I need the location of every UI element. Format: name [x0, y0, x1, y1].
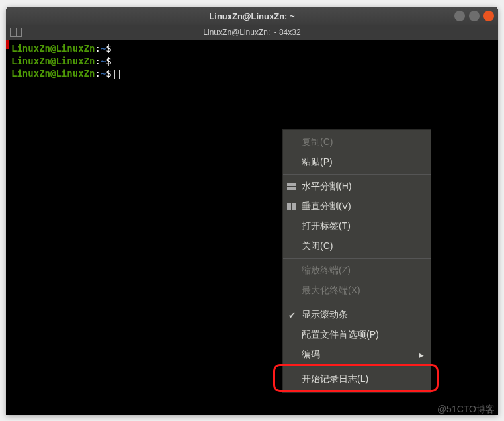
terminal-body[interactable]: LinuxZn@LinuxZn:~$ LinuxZn@LinuxZn:~$ Li… [6, 40, 498, 83]
check-icon: ✔ [288, 310, 296, 320]
menu-close[interactable]: 关闭(C) [283, 236, 431, 256]
maximize-button[interactable] [469, 11, 480, 21]
menu-copy[interactable]: 复制(C) [283, 132, 431, 152]
menu-zoom[interactable]: 缩放终端(Z) [283, 261, 431, 281]
prompt-line-2: LinuxZn@LinuxZn:~$ [11, 55, 493, 68]
cursor-icon [114, 70, 120, 79]
menu-separator [283, 367, 431, 367]
menu-paste[interactable]: 粘贴(P) [283, 152, 431, 172]
menu-separator [283, 174, 431, 175]
prompt-line-1: LinuxZn@LinuxZn:~$ [11, 42, 493, 55]
menu-show-scrollbar[interactable]: ✔ 显示滚动条 [283, 305, 431, 325]
menu-encoding[interactable]: 编码 ▶ [283, 345, 431, 365]
menu-preferences[interactable]: 配置文件首选项(P) [283, 325, 431, 345]
vsplit-icon [287, 203, 298, 210]
hsplit-icon [287, 183, 298, 191]
submenu-arrow-icon: ▶ [419, 351, 424, 359]
minimize-button[interactable] [454, 11, 465, 21]
window-controls [454, 11, 494, 21]
menu-maximize[interactable]: 最大化终端(X) [283, 281, 431, 301]
close-tab-red[interactable] [6, 40, 9, 49]
subtitle-bar: LinuxZn@LinuxZn: ~ 84x32 [6, 25, 498, 40]
menu-start-log[interactable]: 开始记录日志(L) [283, 369, 431, 389]
menu-separator [283, 258, 431, 259]
menu-hsplit[interactable]: 水平分割(H) [283, 177, 431, 197]
watermark-text: @51CTO博客 [437, 404, 495, 416]
window-title: LinuxZn@LinuxZn: ~ [209, 11, 294, 21]
context-menu: 复制(C) 粘贴(P) 水平分割(H) 垂直分割(V) 打开标签(T) 关闭(C… [282, 129, 431, 393]
menu-open-tab[interactable]: 打开标签(T) [283, 216, 431, 236]
subtitle-text: LinuxZn@LinuxZn: ~ 84x32 [203, 28, 300, 37]
close-button[interactable] [483, 11, 494, 21]
menu-vsplit[interactable]: 垂直分割(V) [283, 197, 431, 216]
menu-separator [283, 303, 431, 303]
split-indicator-icon[interactable] [10, 28, 22, 37]
prompt-line-3: LinuxZn@LinuxZn:~$ [11, 68, 493, 80]
window-titlebar[interactable]: LinuxZn@LinuxZn: ~ [6, 7, 498, 25]
